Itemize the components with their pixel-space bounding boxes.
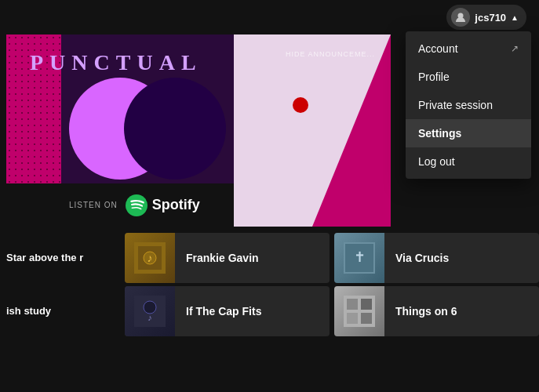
user-menu-button[interactable]: jcs710 ▲ bbox=[446, 5, 526, 30]
menu-item-logout[interactable]: Log out bbox=[406, 147, 531, 176]
card-thumb-capfits: ♪ bbox=[125, 286, 175, 336]
card-via-crucis-title: Via Crucis bbox=[384, 252, 460, 264]
content-area: Star above the r ♪ Frankie Gavin bbox=[0, 233, 539, 336]
card-thumb-frankie: ♪ bbox=[125, 233, 175, 283]
menu-item-settings[interactable]: Settings bbox=[406, 119, 531, 147]
menu-logout-label: Log out bbox=[418, 155, 455, 168]
external-link-icon: ↗ bbox=[511, 43, 519, 54]
row2-left-text: ish study bbox=[0, 286, 122, 336]
svg-point-1 bbox=[126, 194, 147, 216]
menu-private-session-label: Private session bbox=[418, 99, 493, 111]
dropdown-arrow: ▲ bbox=[511, 13, 519, 22]
card-things-on-6[interactable]: Things on 6 bbox=[334, 286, 539, 336]
svg-rect-15 bbox=[347, 313, 358, 324]
content-row-1: Star above the r ♪ Frankie Gavin bbox=[0, 233, 539, 283]
svg-point-10 bbox=[144, 301, 156, 314]
svg-text:✝: ✝ bbox=[354, 249, 366, 265]
card-cap-fits-title: If The Cap Fits bbox=[175, 305, 272, 318]
card-thumb-thingson6 bbox=[334, 286, 384, 336]
spotify-logo[interactable]: Spotify bbox=[126, 194, 200, 216]
dropdown-menu: Account ↗ Profile Private session Settin… bbox=[406, 31, 531, 179]
top-bar: jcs710 ▲ bbox=[0, 0, 539, 34]
content-row-2: ish study ♪ If The Cap Fits bbox=[0, 286, 539, 336]
svg-text:♪: ♪ bbox=[147, 252, 153, 264]
menu-item-private-session[interactable]: Private session bbox=[406, 91, 531, 119]
card-frankie-gavin[interactable]: ♪ Frankie Gavin bbox=[125, 233, 330, 283]
row2-cards: ♪ If The Cap Fits bbox=[125, 286, 539, 336]
user-avatar bbox=[451, 8, 470, 27]
listen-on-label: LISTEN ON bbox=[69, 201, 118, 209]
svg-rect-16 bbox=[361, 313, 372, 324]
spotify-bar: LISTEN ON Spotify bbox=[6, 183, 234, 227]
spotify-icon bbox=[126, 194, 147, 216]
card-cap-fits[interactable]: ♪ If The Cap Fits bbox=[125, 286, 330, 336]
menu-item-profile[interactable]: Profile bbox=[406, 63, 531, 91]
menu-account-label: Account bbox=[418, 42, 458, 55]
menu-item-account[interactable]: Account ↗ bbox=[406, 34, 531, 63]
menu-settings-label: Settings bbox=[418, 127, 461, 140]
card-things-on-6-title: Things on 6 bbox=[384, 305, 468, 318]
menu-profile-label: Profile bbox=[418, 71, 450, 83]
svg-rect-13 bbox=[347, 299, 358, 310]
banner-red-dot bbox=[293, 97, 308, 113]
circle-right bbox=[124, 78, 226, 180]
row1-cards: ♪ Frankie Gavin ✝ Via Cruci bbox=[125, 233, 539, 283]
card-frankie-title: Frankie Gavin bbox=[175, 252, 270, 264]
hide-announcement[interactable]: HIDE ANNOUNCEME... bbox=[286, 50, 375, 58]
svg-rect-14 bbox=[361, 299, 372, 310]
card-via-crucis[interactable]: ✝ Via Crucis bbox=[334, 233, 539, 283]
card-thumb-viacrucis: ✝ bbox=[334, 233, 384, 283]
spotify-text: Spotify bbox=[152, 197, 200, 213]
banner-triangle bbox=[312, 34, 391, 227]
banner-title: PUNCTUAL bbox=[30, 50, 202, 75]
username-label: jcs710 bbox=[475, 12, 506, 24]
row1-left-text: Star above the r bbox=[0, 233, 122, 283]
banner-circles bbox=[69, 78, 242, 187]
svg-text:♪: ♪ bbox=[147, 313, 152, 322]
banner: PUNCTUAL HIDE ANNOUNCEME... LISTEN ON Sp… bbox=[6, 34, 391, 227]
